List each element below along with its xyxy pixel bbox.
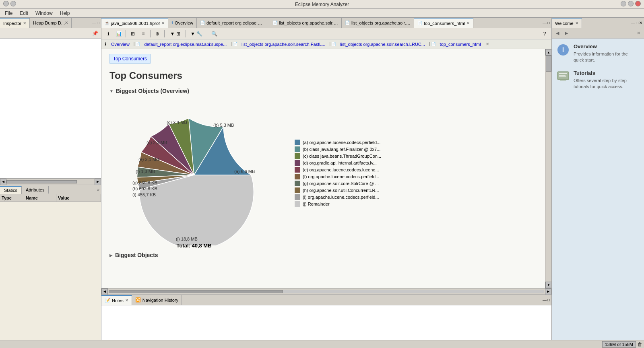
left-h-scrollbar[interactable]: ◀ ▶ (0, 178, 101, 185)
search-btn[interactable]: 🔍 (210, 29, 219, 38)
content-scroll-left[interactable]: ◀ (101, 288, 108, 295)
section1-title: Biggest Objects (Overview) (116, 88, 189, 94)
minimize-btn[interactable] (621, 1, 626, 6)
right-toolbar-close[interactable]: ✕ (634, 29, 642, 37)
bottom-controls[interactable]: — □ (541, 295, 551, 305)
top-consumers-tab-close[interactable]: ✕ (466, 21, 470, 25)
hprof-tab-close[interactable]: ✕ (161, 21, 165, 25)
breadcrumb-link[interactable]: Top Consumers (113, 56, 147, 62)
content-h-thumb[interactable] (109, 290, 283, 293)
tutorials-desc: Offers several step-by-step tutorials fo… (574, 78, 639, 90)
minimize-icon[interactable]: — (92, 21, 96, 25)
info-btn[interactable]: ℹ (104, 29, 113, 38)
content-h-track[interactable] (109, 290, 544, 293)
notes-tab-close[interactable]: ✕ (125, 298, 128, 303)
welcome-tab[interactable]: Welcome ✕ (552, 18, 582, 28)
attributes-tab[interactable]: Attributes (22, 186, 49, 194)
back-btn[interactable]: ◀ (553, 29, 561, 37)
content-h-scrollbar[interactable]: ◀ ▶ (101, 288, 551, 294)
window-title: Eclipse Memory Analyzer (295, 2, 349, 7)
scroll-left-btn[interactable]: ◀ (0, 179, 6, 185)
window-controls-left[interactable] (3, 1, 16, 6)
top-consumers-tab[interactable]: 📄 top_consumers_html ✕ (414, 18, 473, 28)
gc-icon[interactable]: 🗑 (638, 342, 642, 347)
label-a: (a) 6,6 MB (234, 169, 255, 174)
list-objects-tab1[interactable]: 📄 list_objects org.apache.solr.search.Fa… (269, 18, 342, 28)
notes-icon: 📝 (105, 298, 110, 303)
overview-tab[interactable]: ℹ Overview (168, 18, 197, 28)
heap-dump-tab[interactable]: Heap Dump D... ✕ (30, 18, 72, 28)
nav-history-tab[interactable]: 🔀 Navigation History (132, 295, 182, 305)
forward-btn[interactable]: ▶ (562, 29, 570, 37)
v-scroll-thumb[interactable] (546, 56, 551, 72)
scroll-thumb[interactable] (6, 180, 77, 183)
section2-header: ▶ Biggest Objects (109, 252, 537, 258)
list-objects-subtab2[interactable]: list_objects org.apache.solr.search.LRUC… (337, 41, 428, 48)
dropdown2-btn[interactable]: ▼ 🔧 (188, 29, 204, 38)
heap-dump-tab-close[interactable]: ✕ (65, 21, 68, 25)
default-report-subtab[interactable]: default_report org.eclipse.mat.api:suspe… (141, 41, 230, 48)
scroll-right-btn[interactable]: ▶ (95, 179, 101, 185)
right-min-btn[interactable]: — (631, 21, 635, 25)
left-panel-controls[interactable]: — □ (91, 18, 101, 28)
v-scroll-down[interactable]: ▼ (545, 282, 551, 288)
toolbar-help[interactable]: ? (540, 29, 549, 38)
content-v-scrollbar[interactable]: ▲ ▼ (545, 49, 551, 288)
list-objects-subtab1[interactable]: list_objects org.apache.solr.search.Fast… (238, 41, 329, 48)
legend-label-h: (h) org.apache.solr.util.ConcurrentLR... (303, 188, 379, 193)
close-subtab[interactable]: ✕ (486, 42, 489, 46)
help-btn[interactable]: ? (540, 29, 549, 38)
inspector-pin-btn[interactable]: 📌 (91, 29, 99, 38)
label-d: (d) 2,3 MB (147, 140, 167, 145)
menu-help[interactable]: Help (57, 10, 73, 17)
legend-color-a (295, 140, 300, 145)
action1-btn[interactable]: ⊞ (128, 29, 137, 38)
notes-tab[interactable]: 📝 Notes ✕ (101, 295, 132, 305)
inspector-tab-close[interactable]: ✕ (23, 21, 26, 25)
list-objects-tab2[interactable]: 📄 list_objects org.apache.solr.search.LR… (342, 18, 414, 28)
center-panel-controls[interactable]: — □ (541, 18, 551, 28)
window-close-btn[interactable] (3, 1, 9, 6)
restore-btn[interactable] (628, 1, 634, 6)
menu-file[interactable]: File (2, 10, 16, 17)
label-h: (h) 692,8 KB (132, 186, 157, 191)
top-consumers-subtab[interactable]: top_consumers_html (437, 41, 484, 48)
inspector-tab[interactable]: Inspector ✕ (0, 18, 30, 28)
legend-label-i: (i) org.apache.lucene.codecs.perfield... (303, 195, 379, 200)
right-max-btn[interactable]: □ (636, 21, 638, 25)
breadcrumb[interactable]: Top Consumers (109, 54, 151, 64)
scroll-track[interactable] (6, 180, 95, 183)
v-scroll-up[interactable]: ▲ (545, 49, 551, 56)
close-btn[interactable] (635, 1, 641, 6)
right-close-btn[interactable]: ✕ (639, 21, 642, 25)
maximize-icon[interactable]: □ (97, 21, 99, 25)
welcome-tab-close[interactable]: ✕ (575, 21, 578, 25)
overview-subtab[interactable]: Overview (108, 41, 133, 48)
center-min-btn[interactable]: — (543, 21, 547, 25)
tabs-overflow[interactable]: » (95, 187, 101, 193)
window-minimize-btn[interactable] (10, 1, 16, 6)
action2-btn[interactable]: ≡ (139, 29, 148, 38)
right-controls[interactable]: — □ ✕ (630, 18, 644, 28)
bottom-min-btn[interactable]: — (543, 298, 547, 302)
section1-toggle[interactable]: ▼ (109, 89, 114, 93)
center-max-btn[interactable]: □ (547, 21, 550, 25)
hprof-tab[interactable]: ☕ java_pid5908.0001.hprof ✕ (101, 18, 168, 28)
bottom-max-btn[interactable]: □ (547, 298, 550, 302)
legend-label-b: (b) class java.lang.ref.Finalizer @ 0x7.… (303, 147, 380, 152)
action3-btn[interactable]: ⊕ (153, 29, 162, 38)
menu-window[interactable]: Window (32, 10, 56, 17)
section2-toggle[interactable]: ▶ (109, 253, 113, 257)
default-report-tab[interactable]: 📄 default_report org.eclipse.mat.api:sus… (197, 18, 269, 28)
content-area: Top Consumers Top Consumers ▼ Biggest Ob… (101, 49, 551, 288)
statics-tab[interactable]: Statics (0, 186, 22, 194)
v-scroll-track[interactable] (545, 56, 551, 282)
chart-btn[interactable]: 📊 (114, 29, 123, 38)
bottom-tab-bar: 📝 Notes ✕ 🔀 Navigation History — □ (101, 295, 551, 305)
window-controls-right[interactable] (621, 1, 641, 6)
menu-edit[interactable]: Edit (17, 10, 31, 17)
dropdown1-btn[interactable]: ▼ ⊞ (167, 29, 183, 38)
content-scroll-right[interactable]: ▶ (545, 288, 551, 295)
sep4: | (429, 42, 430, 46)
legend-color-h (295, 187, 300, 193)
